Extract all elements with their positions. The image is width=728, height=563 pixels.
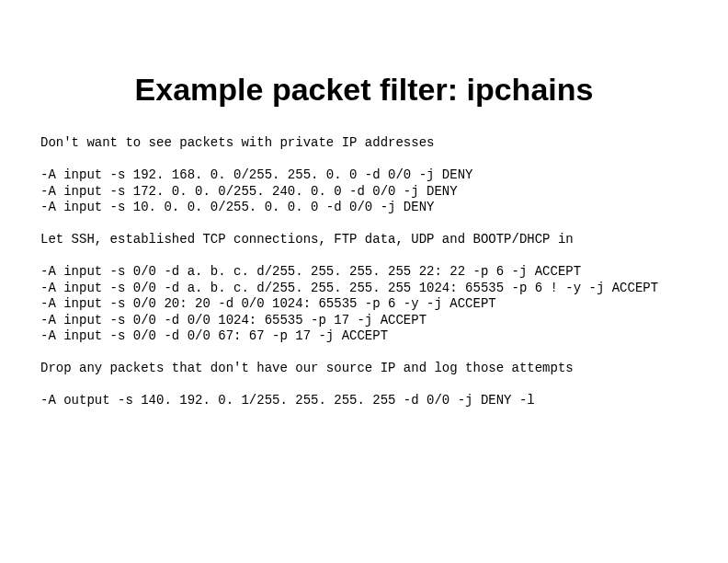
slide-content: Don't want to see packets with private I… [40, 135, 688, 409]
code-line: -A input -s 10. 0. 0. 0/255. 0. 0. 0 -d … [40, 200, 434, 214]
code-line: -A input -s 0/0 -d 0/0 67: 67 -p 17 -j A… [40, 328, 388, 343]
code-line: -A input -s 0/0 -d 0/0 1024: 65535 -p 17… [40, 313, 427, 327]
code-line: Drop any packets that don't have our sou… [40, 361, 574, 375]
slide: Example packet filter: ipchains Don't wa… [0, 72, 728, 563]
slide-title: Example packet filter: ipchains [0, 72, 728, 108]
code-line: -A input -s 172. 0. 0. 0/255. 240. 0. 0 … [40, 184, 458, 199]
code-line: -A output -s 140. 192. 0. 1/255. 255. 25… [40, 393, 535, 408]
code-line: Don't want to see packets with private I… [40, 135, 434, 150]
code-line: -A input -s 0/0 -d a. b. c. d/255. 255. … [40, 264, 581, 279]
code-line: -A input -s 0/0 -d a. b. c. d/255. 255. … [40, 281, 658, 295]
code-line: -A input -s 0/0 20: 20 -d 0/0 1024: 6553… [40, 296, 496, 311]
code-line: -A input -s 192. 168. 0. 0/255. 255. 0. … [40, 167, 472, 182]
code-line: Let SSH, established TCP connections, FT… [40, 232, 574, 247]
